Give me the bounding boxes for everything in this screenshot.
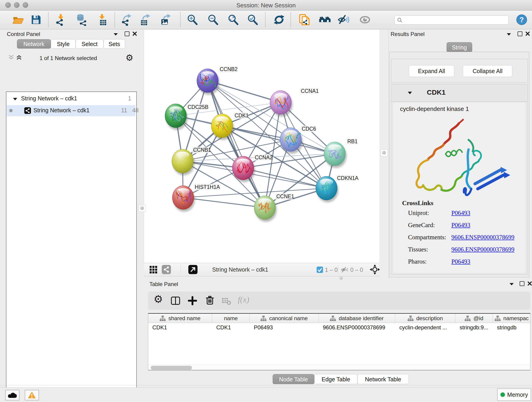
import-network-database-icon[interactable] [76,13,88,26]
crosslink-tissues-link[interactable]: 9606.ENSP00000378699 [451,246,514,253]
node-CDC6[interactable] [280,128,303,154]
table-cell[interactable]: 9606.ENSP00000378699 [319,323,395,332]
table-cell[interactable]: P06493 [250,323,319,332]
tab-node-table[interactable]: Node Table [273,374,314,384]
export-image-icon[interactable] [160,13,172,26]
tab-edge-table[interactable]: Edge Table [314,374,357,384]
results-panel-close-icon[interactable] [525,32,530,37]
open-session-icon[interactable] [12,13,24,26]
table-cell[interactable]: CDK1 [148,323,212,332]
node-CCNA1[interactable] [270,90,293,117]
search-input[interactable] [405,16,506,24]
crosslink-uniprot-link[interactable]: P06493 [451,210,470,217]
scrollbar-thumb[interactable] [151,366,192,370]
table-panel-menu-icon[interactable] [509,282,514,287]
collapse-all-button[interactable]: Collapse All [463,65,512,77]
birdseye-view-icon[interactable] [188,265,197,275]
network-options-gear-icon[interactable]: ⚙ [126,53,133,63]
column-header-description[interactable]: description [395,314,456,323]
search-field[interactable] [394,15,509,25]
zoom-in-icon[interactable] [186,13,199,26]
crosslink-genecard-link[interactable]: P06493 [451,222,470,229]
clone-network-icon[interactable] [298,13,311,26]
import-table-file-icon[interactable] [96,13,109,26]
network-collection-row[interactable]: String Network – cdk1 1 [7,95,135,104]
control-panel-close-icon[interactable] [133,32,137,37]
node-CDK1[interactable] [211,114,234,140]
node-CDC25B[interactable] [165,104,188,130]
node-HIST1H1A[interactable] [172,186,195,212]
hidden-eye-slash-icon[interactable] [341,266,348,274]
expand-all-button[interactable]: Expand All [409,65,454,77]
table-settings-gear-icon[interactable]: ⚙ [153,293,163,305]
home-icon[interactable] [319,13,331,26]
network-row-selected[interactable]: String Network – cdk1 11 48 [7,105,135,116]
import-network-file-icon[interactable] [55,13,67,26]
save-session-icon[interactable] [30,13,42,26]
crosslink-label: Compartments: [408,234,446,241]
tab-network[interactable]: Network [17,39,51,49]
column-header-name[interactable]: name [212,314,250,323]
add-column-icon[interactable] [187,296,197,307]
control-panel-float-icon[interactable] [125,32,129,36]
grid-view-icon[interactable] [149,266,158,275]
crosslink-compartments-link[interactable]: 9606.ENSP00000378699 [451,234,514,241]
horizontal-scrollbar[interactable] [148,365,530,370]
column-header-canonical-name[interactable]: canonical name [250,314,319,323]
tab-string[interactable]: String [447,42,472,52]
cloud-button[interactable] [5,390,19,400]
help-icon[interactable]: ? [516,14,527,26]
results-panel-float-icon[interactable] [518,32,522,36]
fit-content-crosshair-icon[interactable] [370,264,380,275]
node-section-header[interactable]: CDK1 [391,84,527,102]
tree-expand-icon[interactable] [13,97,17,102]
node-CCNA2[interactable] [232,156,255,182]
results-panel-menu-icon[interactable] [506,32,511,37]
column-header-namespac[interactable]: namespac [493,314,530,323]
left-splitter-handle[interactable] [139,205,146,212]
crosslink-label: Uniprot: [408,210,429,217]
hide-panels-eye-slash-icon[interactable] [337,13,350,26]
table-cell[interactable]: stringdb [493,323,530,332]
column-header-shared-name[interactable]: shared name [148,314,212,323]
tab-select[interactable]: Select [76,39,104,49]
node-CDKN1A[interactable] [316,176,338,202]
zoom-selected-icon[interactable] [247,13,259,26]
export-network-icon[interactable] [121,13,133,26]
warnings-button[interactable] [25,390,39,400]
delete-column-trash-icon[interactable] [205,295,215,306]
control-panel-menu-icon[interactable] [113,32,118,37]
delete-table-icon-disabled [222,297,231,306]
right-splitter-handle[interactable] [381,149,388,156]
export-table-icon[interactable] [139,13,152,26]
network-icon-gray[interactable] [162,265,171,275]
selected-checkbox-icon[interactable] [317,267,323,274]
tab-style[interactable]: Style [51,39,76,49]
tab-sets[interactable]: Sets [104,39,125,49]
column-type-icon [160,315,166,321]
crosslink-pharos-link[interactable]: P06493 [451,258,470,265]
zoom-fit-icon[interactable] [227,13,239,26]
edge-HIST1H1A-CCNE1[interactable] [183,198,265,208]
node-CCNB2[interactable] [197,69,220,95]
svg-text:?: ? [520,16,524,24]
table-cell[interactable]: CDK1 [212,323,250,332]
show-panel-eye-icon[interactable] [359,13,371,26]
tab-network-table[interactable]: Network Table [357,374,409,384]
table-panel-close-icon[interactable] [527,281,532,287]
results-buttons-box: Expand All Collapse All [391,59,528,83]
table-cell[interactable]: cyclin-dependent ... [395,323,456,332]
zoom-out-icon[interactable] [207,13,219,26]
section-collapse-icon[interactable] [407,91,412,95]
column-header-database-identifier[interactable]: database identifier [319,314,395,323]
table-panel-float-icon[interactable] [520,281,525,286]
node-RB1[interactable] [324,142,347,168]
show-columns-icon[interactable] [171,296,181,307]
column-header--id[interactable]: @id [456,314,493,323]
column-type-icon [465,315,471,321]
table-cell[interactable]: stringdb:9... [456,323,493,332]
memory-button[interactable]: Memory [497,389,531,401]
network-canvas[interactable]: CCNB2CCNA1CDC25BCDK1CDC6RB1CCNB1CCNA2CDK… [144,30,380,263]
node-CCNE1[interactable] [254,196,277,222]
refresh-icon[interactable] [273,13,285,26]
